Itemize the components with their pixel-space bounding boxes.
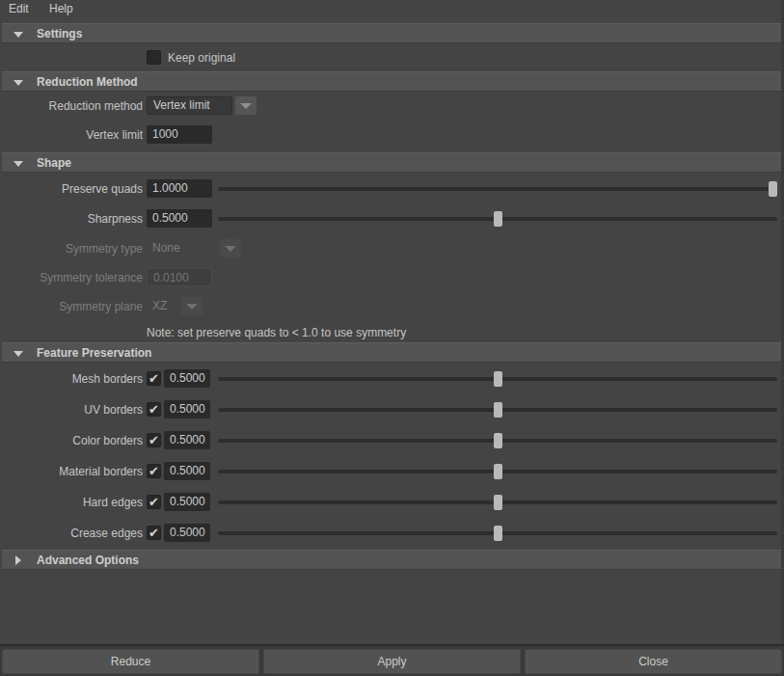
expand-triangle-icon[interactable] [15,555,21,565]
crease-edges-row: Crease edges 0.5000 [0,524,784,543]
section-header-reduction-method[interactable]: Reduction Method [2,71,782,92]
chevron-down-icon [186,304,198,310]
symmetry-type-select: None [147,239,216,257]
collapse-triangle-icon[interactable] [14,351,23,357]
material-borders-input[interactable]: 0.5000 [164,462,210,480]
crease-edges-slider[interactable] [218,531,777,535]
footer-button-bar: Reduce Apply Close [0,644,784,676]
section-title: Reduction Method [37,72,138,92]
color-borders-input[interactable]: 0.5000 [164,431,210,449]
mesh-borders-label: Mesh borders [0,369,143,389]
hard-edges-input[interactable]: 0.5000 [164,493,210,511]
section-title: Settings [37,24,82,43]
keep-original-checkbox[interactable] [147,50,161,65]
symmetry-type-row: Symmetry type None [0,239,784,258]
material-borders-checkbox[interactable] [147,464,161,478]
menu-help[interactable]: Help [41,0,82,17]
sharpness-input[interactable]: 0.5000 [147,209,212,228]
hard-edges-row: Hard edges 0.5000 [0,493,784,512]
section-title: Feature Preservation [37,343,151,363]
mesh-borders-row: Mesh borders 0.5000 [0,369,784,389]
color-borders-label: Color borders [0,431,143,450]
symmetry-tolerance-row: Symmetry tolerance 0.0100 [0,268,784,287]
material-borders-row: Material borders 0.5000 [0,462,784,481]
crease-edges-label: Crease edges [0,524,143,543]
vertex-limit-input[interactable]: 1000 [147,125,212,144]
slider-handle[interactable] [494,495,502,510]
section-header-settings[interactable]: Settings [2,23,782,43]
hard-edges-label: Hard edges [0,493,143,512]
preserve-quads-row: Preserve quads 1.0000 [0,179,784,199]
reduction-method-select[interactable]: Vertex limit [147,96,232,115]
reduction-method-label: Reduction method [0,96,143,116]
uv-borders-label: UV borders [0,400,143,419]
sharpness-slider[interactable] [218,217,777,221]
close-button[interactable]: Close [525,649,782,674]
slider-handle[interactable] [769,181,777,197]
uv-borders-checkbox[interactable] [147,402,161,417]
symmetry-plane-select: XZ [147,297,179,315]
symmetry-plane-row: Symmetry plane XZ [0,297,784,316]
slider-handle[interactable] [494,464,502,479]
collapse-triangle-icon[interactable] [14,161,23,167]
color-borders-checkbox[interactable] [147,433,161,447]
slider-handle[interactable] [494,402,502,418]
preserve-quads-slider[interactable] [218,187,777,191]
symmetry-note-row: Note: set preserve quads to < 1.0 to use… [0,323,784,342]
symmetry-tolerance-input: 0.0100 [147,268,212,286]
section-header-feature-preservation[interactable]: Feature Preservation [2,342,782,363]
slider-handle[interactable] [494,526,502,541]
hard-edges-checkbox[interactable] [147,495,161,509]
symmetry-type-dropdown-button [220,239,241,257]
material-borders-slider[interactable] [218,470,777,473]
uv-borders-slider[interactable] [218,408,777,412]
symmetry-plane-dropdown-button [181,297,203,315]
slider-handle[interactable] [494,371,502,387]
menu-edit[interactable]: Edit [0,0,38,17]
mesh-borders-checkbox[interactable] [147,371,161,386]
hard-edges-slider[interactable] [218,500,777,504]
keep-original-row: Keep original [0,48,784,68]
symmetry-plane-label: Symmetry plane [0,297,143,316]
collapse-triangle-icon[interactable] [14,80,23,86]
apply-button[interactable]: Apply [263,649,521,674]
slider-handle[interactable] [494,211,502,227]
reduction-method-row: Reduction method Vertex limit [0,96,784,116]
chevron-down-icon [240,103,252,109]
sharpness-label: Sharpness [0,209,143,229]
color-borders-slider[interactable] [218,439,777,443]
reduction-method-dropdown-button[interactable] [235,96,257,115]
keep-original-label: Keep original [168,48,235,68]
sharpness-row: Sharpness 0.5000 [0,209,784,229]
crease-edges-checkbox[interactable] [147,526,161,540]
mesh-borders-input[interactable]: 0.5000 [164,369,210,388]
crease-edges-input[interactable]: 0.5000 [164,524,210,542]
menu-bar: Edit Help [0,0,784,18]
slider-handle[interactable] [494,433,502,448]
preserve-quads-input[interactable]: 1.0000 [147,179,212,198]
mesh-borders-slider[interactable] [218,377,777,381]
symmetry-type-label: Symmetry type [0,239,143,258]
vertex-limit-label: Vertex limit [0,125,143,145]
symmetry-tolerance-label: Symmetry tolerance [0,268,143,287]
uv-borders-row: UV borders 0.5000 [0,400,784,419]
section-title: Shape [37,153,71,173]
section-title: Advanced Options [37,551,139,570]
section-header-shape[interactable]: Shape [2,152,782,173]
section-header-advanced-options[interactable]: Advanced Options [2,550,782,570]
chevron-down-icon [225,246,236,252]
symmetry-note: Note: set preserve quads to < 1.0 to use… [147,323,406,342]
uv-borders-input[interactable]: 0.5000 [164,400,210,419]
collapse-triangle-icon[interactable] [14,32,23,38]
vertex-limit-row: Vertex limit 1000 [0,125,784,145]
material-borders-label: Material borders [0,462,143,481]
reduce-button[interactable]: Reduce [2,649,259,674]
preserve-quads-label: Preserve quads [0,179,143,199]
color-borders-row: Color borders 0.5000 [0,431,784,450]
